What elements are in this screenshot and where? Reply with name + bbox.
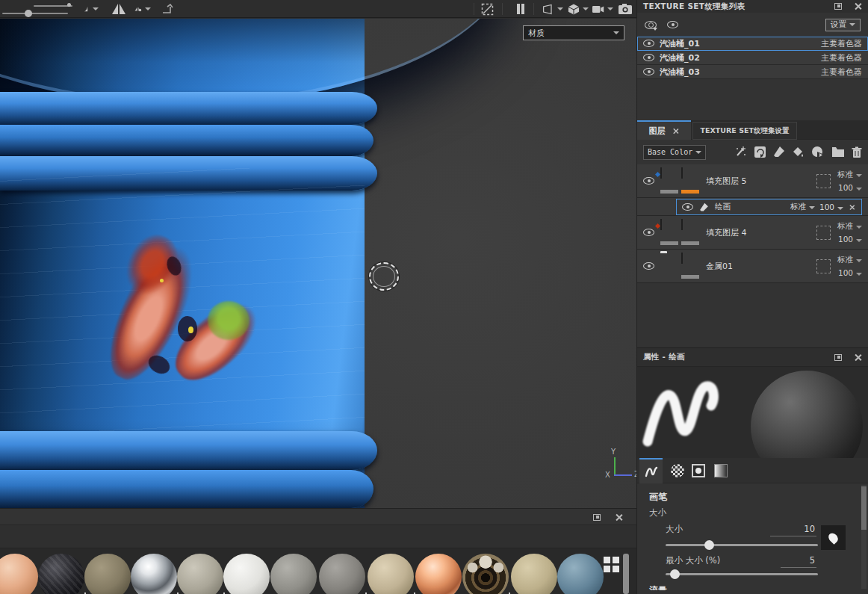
- channel-dropdown[interactable]: Base Color: [643, 145, 706, 160]
- size-value[interactable]: 10: [770, 524, 815, 534]
- size-slider[interactable]: [666, 544, 818, 546]
- add-smart-material-icon[interactable]: [754, 146, 766, 158]
- shelf-scrollbar[interactable]: [623, 554, 629, 594]
- snapshot-camera-icon[interactable]: [617, 1, 633, 16]
- material-sphere-stone-gray[interactable]: [319, 554, 365, 594]
- min-size-slider[interactable]: [666, 573, 818, 575]
- grid-view-icon[interactable]: [604, 557, 619, 572]
- tab-layers[interactable]: 图层: [637, 120, 691, 140]
- add-paint-layer-icon[interactable]: [773, 146, 785, 158]
- min-size-slider-knob[interactable]: [670, 569, 680, 579]
- texture-set-settings-button[interactable]: 设置: [825, 19, 861, 31]
- 3d-viewport[interactable]: 材质 Y X Z: [0, 19, 636, 508]
- eye-icon[interactable]: [643, 54, 654, 61]
- layer-thumbnail[interactable]: [681, 167, 683, 179]
- mirror-symmetry-icon[interactable]: [111, 1, 127, 16]
- camera-view-icon[interactable]: [592, 1, 613, 16]
- close-icon[interactable]: [672, 128, 679, 134]
- tab-stencil[interactable]: [686, 458, 710, 483]
- close-icon[interactable]: [615, 513, 623, 522]
- paint-sublayer-selected[interactable]: 绘画 标准 100: [676, 199, 862, 215]
- fill-color-swatch[interactable]: [660, 219, 662, 230]
- tab-alpha[interactable]: [666, 458, 689, 483]
- properties-scrollbar[interactable]: [861, 485, 867, 589]
- mask-placeholder-icon[interactable]: [816, 226, 831, 240]
- brush-flow-mini-knob[interactable]: [67, 3, 71, 7]
- pause-engine-icon[interactable]: [512, 1, 529, 16]
- tab-grayscale[interactable]: [709, 458, 732, 483]
- min-size-value[interactable]: 5: [770, 555, 815, 566]
- close-icon[interactable]: [849, 204, 855, 210]
- blend-mode[interactable]: 标准: [837, 221, 862, 232]
- eye-icon[interactable]: [643, 262, 654, 270]
- viewport-display-dropdown[interactable]: 材质: [523, 25, 624, 40]
- layer-row-fill-4[interactable]: 填充图层 4 标准 100: [637, 216, 868, 250]
- brush-size-mini-slider[interactable]: [2, 13, 68, 14]
- mask-placeholder-icon[interactable]: [816, 174, 831, 188]
- solo-visibility-icon[interactable]: [667, 21, 678, 28]
- eye-icon[interactable]: [682, 203, 693, 211]
- undock-icon[interactable]: [593, 514, 601, 521]
- eye-icon[interactable]: [643, 229, 654, 236]
- mask-placeholder-icon[interactable]: [816, 259, 831, 273]
- barrel-model[interactable]: [0, 19, 381, 508]
- layer-name[interactable]: 填充图层 4: [706, 227, 747, 238]
- eye-icon[interactable]: [643, 177, 654, 185]
- material-sphere-copper-polished[interactable]: [415, 554, 462, 594]
- shader-label[interactable]: 主要着色器: [821, 52, 862, 64]
- close-icon[interactable]: [854, 353, 862, 362]
- undock-icon[interactable]: [834, 354, 842, 361]
- add-folder-icon[interactable]: [831, 146, 845, 158]
- layer-thumbnail[interactable]: [681, 219, 683, 230]
- transform-icon[interactable]: [158, 1, 175, 16]
- layer-row-folder-metal01[interactable]: 金属01 标准 100: [637, 250, 868, 283]
- blend-mode[interactable]: 标准: [837, 170, 862, 180]
- layer-name[interactable]: 金属01: [706, 261, 733, 272]
- deselect-icon[interactable]: [479, 1, 495, 16]
- delete-layer-icon[interactable]: [852, 146, 862, 158]
- material-sphere-skin-clay[interactable]: [0, 554, 38, 594]
- undock-icon[interactable]: [834, 3, 842, 10]
- falloff-curve-icon[interactable]: [82, 1, 99, 16]
- add-effect-icon[interactable]: [734, 146, 747, 158]
- texture-set-row[interactable]: 汽油桶_03 主要着色器: [637, 65, 868, 79]
- blend-mode[interactable]: 标准: [837, 255, 862, 265]
- texture-set-row[interactable]: 汽油桶_01 主要着色器: [637, 37, 868, 51]
- smart-material-icon[interactable]: [811, 146, 825, 158]
- size-slider-knob[interactable]: [704, 540, 714, 550]
- eye-icon[interactable]: [643, 40, 654, 47]
- eye-icon[interactable]: [643, 68, 654, 75]
- layer-row-fill-5[interactable]: 填充图层 5 标准 100: [637, 164, 868, 198]
- material-sphere-steel-blue[interactable]: [557, 554, 604, 594]
- material-sphere-bronze-lens[interactable]: [462, 554, 509, 594]
- material-sphere-olive-matte[interactable]: [84, 554, 131, 594]
- material-sphere-chrome[interactable]: [131, 554, 177, 594]
- perspective-view-icon[interactable]: [542, 1, 563, 16]
- opacity-value[interactable]: 100: [838, 183, 862, 192]
- symmetry-settings-icon[interactable]: [134, 1, 151, 16]
- blend-mode[interactable]: 标准: [790, 202, 815, 212]
- visibility-cycle-icon[interactable]: [645, 21, 657, 29]
- opacity-value[interactable]: 100: [819, 202, 843, 211]
- material-sphere-gray-rough[interactable]: [270, 554, 317, 594]
- brush-tip-button[interactable]: [821, 525, 846, 550]
- opacity-value[interactable]: 100: [838, 235, 862, 244]
- layer-thumbnail[interactable]: [681, 253, 683, 264]
- material-sphere-khaki[interactable]: [511, 554, 557, 594]
- shader-label[interactable]: 主要着色器: [821, 38, 862, 49]
- texture-set-row[interactable]: 汽油桶_02 主要着色器: [637, 51, 868, 65]
- brush-size-mini-knob[interactable]: [25, 10, 32, 17]
- material-sphere-concrete[interactable]: [177, 554, 223, 594]
- add-fill-layer-icon[interactable]: [792, 146, 805, 158]
- shader-label[interactable]: 主要着色器: [821, 66, 862, 78]
- layer-name[interactable]: 填充图层 5: [706, 176, 747, 187]
- material-sphere-carbon-weave[interactable]: [38, 554, 84, 594]
- fill-color-swatch[interactable]: [660, 167, 662, 179]
- mesh-view-icon[interactable]: [568, 1, 589, 16]
- material-sphere-tan-smooth[interactable]: [368, 554, 414, 594]
- tab-brush[interactable]: [639, 458, 663, 483]
- opacity-value[interactable]: 100: [838, 268, 862, 277]
- close-icon[interactable]: [854, 2, 862, 10]
- material-sphere-white-smooth[interactable]: [223, 554, 270, 594]
- tab-texture-set-settings[interactable]: TEXTURE SET纹理集设置: [692, 122, 797, 140]
